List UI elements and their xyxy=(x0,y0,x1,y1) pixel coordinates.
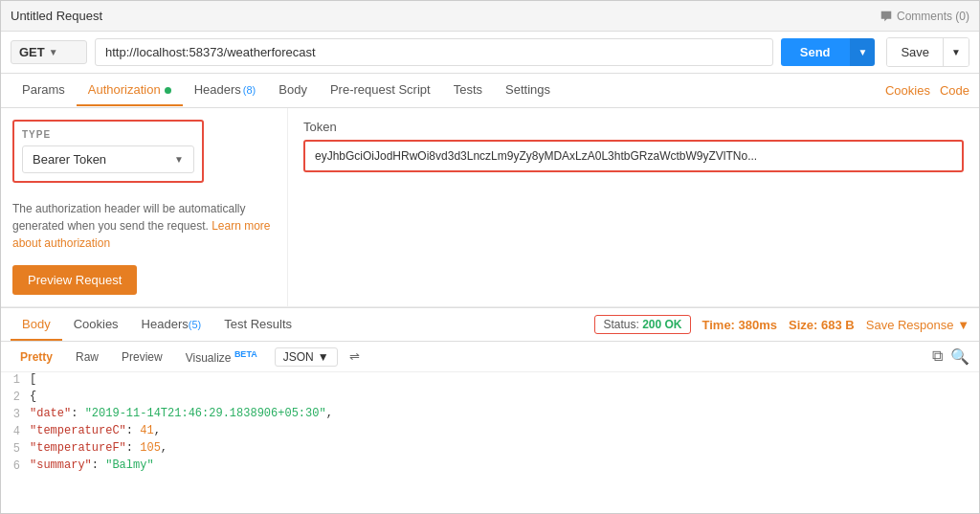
save-button-group: Save ▼ xyxy=(886,37,969,67)
fmt-tab-preview[interactable]: Preview xyxy=(112,347,172,367)
token-area: Token eyJhbGciOiJodHRwOi8vd3d3LnczLm9yZy… xyxy=(288,108,979,306)
auth-panel: TYPE Bearer Token ▼ The authorization he… xyxy=(1,108,288,306)
code-line: 1[ xyxy=(1,372,979,390)
status-value: 200 OK xyxy=(642,318,681,331)
wrap-icon[interactable]: ⇌ xyxy=(349,349,360,364)
auth-type-wrapper: TYPE Bearer Token ▼ xyxy=(12,120,204,183)
window-title: Untitled Request xyxy=(11,9,102,23)
url-input[interactable] xyxy=(95,38,773,66)
tab-params[interactable]: Params xyxy=(11,75,77,106)
save-dropdown-arrow[interactable]: ▼ xyxy=(943,38,969,66)
code-line: 2 { xyxy=(1,390,979,407)
resp-tab-headers[interactable]: Headers(5) xyxy=(130,309,213,341)
copy-icons: ⧉ 🔍 xyxy=(932,347,969,366)
resp-tab-cookies[interactable]: Cookies xyxy=(62,309,130,341)
bearer-dropdown-icon: ▼ xyxy=(174,154,184,165)
auth-note: The authorization header will be automat… xyxy=(12,200,276,252)
comments-label[interactable]: Comments (0) xyxy=(897,10,969,23)
tabs-right-actions: Cookies Code xyxy=(885,83,969,98)
code-area: 1[2 {3 "date": "2019-11-14T21:46:29.1838… xyxy=(1,372,979,487)
code-line: 5 "temperatureF": 105, xyxy=(1,441,979,458)
fmt-tab-visualize[interactable]: Visualize BETA xyxy=(176,346,267,368)
beta-badge: BETA xyxy=(234,349,257,359)
time-value: 380ms xyxy=(739,318,777,332)
tab-tests[interactable]: Tests xyxy=(442,75,494,106)
json-select-arrow: ▼ xyxy=(318,350,329,364)
method-arrow-icon: ▼ xyxy=(49,47,58,57)
code-line: 6 "summary": "Balmy" xyxy=(1,458,979,476)
tab-authorization[interactable]: Authorization xyxy=(77,75,183,106)
response-status-bar: Status: 200 OK Time: 380ms Size: 683 B S… xyxy=(594,315,969,334)
bearer-token-select[interactable]: Bearer Token ▼ xyxy=(22,145,194,173)
tab-headers[interactable]: Headers(8) xyxy=(183,75,268,106)
content-section: TYPE Bearer Token ▼ The authorization he… xyxy=(1,108,979,307)
url-bar: GET ▼ Send ▼ Save ▼ xyxy=(1,32,979,74)
save-response-button[interactable]: Save Response ▼ xyxy=(866,318,969,332)
comment-icon xyxy=(880,10,893,23)
token-value[interactable]: eyJhbGciOiJodHRwOi8vd3d3LnczLm9yZy8yMDAx… xyxy=(303,140,964,172)
search-icon[interactable]: 🔍 xyxy=(950,347,969,366)
bearer-token-label: Bearer Token xyxy=(33,152,106,167)
title-bar-right: Comments (0) xyxy=(880,10,969,23)
resp-tab-test-results[interactable]: Test Results xyxy=(212,309,303,341)
type-label: TYPE xyxy=(22,129,194,140)
code-link[interactable]: Code xyxy=(940,83,969,98)
code-line: 4 "temperatureC": 41, xyxy=(1,424,979,441)
fmt-tab-pretty[interactable]: Pretty xyxy=(11,347,62,367)
send-button-group: Send ▼ xyxy=(781,38,876,66)
cookies-link[interactable]: Cookies xyxy=(885,83,930,98)
send-button[interactable]: Send xyxy=(781,38,850,66)
auth-dot-icon xyxy=(165,87,171,94)
method-label: GET xyxy=(19,45,45,59)
send-dropdown-arrow[interactable]: ▼ xyxy=(850,38,876,66)
resp-tab-body[interactable]: Body xyxy=(11,309,62,341)
size-value: 683 B xyxy=(821,318,855,332)
fmt-tab-raw[interactable]: Raw xyxy=(66,347,108,367)
code-line: 3 "date": "2019-11-14T21:46:29.1838906+0… xyxy=(1,407,979,424)
title-bar: Untitled Request Comments (0) xyxy=(1,1,979,32)
method-selector[interactable]: GET ▼ xyxy=(11,40,87,64)
request-tabs: Params Authorization Headers(8) Body Pre… xyxy=(1,74,979,108)
token-label: Token xyxy=(303,120,964,134)
preview-request-button[interactable]: Preview Request xyxy=(12,265,137,295)
format-tabs: Pretty Raw Preview Visualize BETA JSON ▼… xyxy=(1,342,979,372)
response-tabs: Body Cookies Headers(5) Test Results Sta… xyxy=(1,307,979,342)
copy-icon[interactable]: ⧉ xyxy=(932,347,943,366)
status-badge: Status: 200 OK xyxy=(594,315,690,334)
time-info: Time: 380ms xyxy=(702,318,778,332)
save-button[interactable]: Save xyxy=(887,38,943,66)
tab-pre-request[interactable]: Pre-request Script xyxy=(319,75,442,106)
json-format-select[interactable]: JSON ▼ xyxy=(275,347,338,367)
size-info: Size: 683 B xyxy=(789,318,855,332)
tab-settings[interactable]: Settings xyxy=(494,75,562,106)
tab-body[interactable]: Body xyxy=(267,75,319,106)
